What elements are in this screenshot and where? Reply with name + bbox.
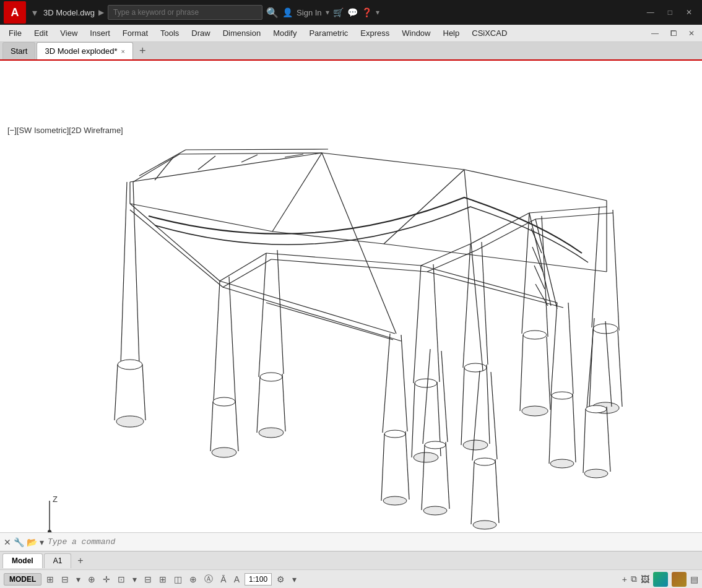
viewport-icon[interactable]: ⧉	[631, 574, 637, 584]
tab-model-label: 3D Model exploded*	[45, 46, 117, 56]
tab-a1-text: A1	[53, 556, 63, 565]
help-comms-icon[interactable]: 💬	[347, 7, 358, 17]
snap-dropdown-icon[interactable]: ▾	[74, 573, 83, 586]
plus-icon[interactable]: +	[622, 574, 627, 584]
svg-point-25	[260, 373, 282, 381]
maximize-button[interactable]: □	[662, 6, 678, 19]
model-tabs: Model A1 +	[0, 551, 702, 569]
menu-express[interactable]: Express	[354, 26, 396, 40]
title-dropdown-icon[interactable]: ▾	[30, 6, 40, 20]
transparency-icon[interactable]: ◫	[171, 573, 184, 586]
tab-start[interactable]: Start	[2, 42, 35, 59]
command-bar: ✕ 🔧 📂 ▾	[0, 532, 702, 551]
svg-point-52	[522, 406, 548, 416]
annotate-icon2[interactable]: Ā	[218, 573, 228, 586]
ortho-icon[interactable]: ⊕	[85, 573, 98, 586]
model-status-button[interactable]: MODEL	[4, 573, 41, 586]
window-controls: — □ ✕	[641, 6, 698, 19]
command-input[interactable]	[48, 537, 698, 547]
menu-window[interactable]: Window	[396, 26, 436, 40]
svg-point-79	[474, 458, 495, 465]
svg-point-37	[464, 363, 487, 372]
add-layout-button[interactable]: +	[72, 555, 88, 566]
right-status-icons: + ⧉ 🖼 ▤	[622, 572, 698, 587]
menu-help[interactable]: Help	[437, 26, 466, 40]
svg-point-70	[383, 496, 407, 505]
svg-point-61	[586, 405, 607, 413]
menu-file[interactable]: File	[2, 26, 28, 40]
app-icon2[interactable]	[672, 572, 687, 587]
search-icon[interactable]: 🔍	[266, 7, 279, 19]
svg-point-19	[213, 397, 235, 406]
tab-model-exploded[interactable]: 3D Model exploded* ×	[37, 42, 133, 59]
tab-close-icon[interactable]: ×	[121, 48, 125, 55]
menubar-minimize-button[interactable]: —	[646, 28, 664, 39]
user-icon[interactable]: 👤	[282, 7, 293, 17]
cmd-dropdown-icon[interactable]: ▾	[40, 537, 44, 547]
select-icon[interactable]: ⊕	[187, 573, 199, 586]
menu-parametric[interactable]: Parametric	[303, 26, 354, 40]
autocad-logo[interactable]: A	[4, 1, 26, 24]
menu-view[interactable]: View	[54, 26, 84, 40]
menubar: File Edit View Insert Format Tools Draw …	[0, 25, 702, 42]
settings-gear-icon[interactable]: ⚙	[274, 573, 287, 586]
annotate-icon[interactable]: Ⓐ	[202, 573, 215, 586]
svg-point-34	[414, 452, 438, 462]
search-input[interactable]	[108, 5, 262, 20]
3d-icon[interactable]: ⊟	[142, 573, 154, 586]
svg-point-64	[584, 469, 608, 478]
sign-in-arrow-icon[interactable]: ▾	[326, 8, 329, 17]
tab-add-button[interactable]: +	[134, 45, 151, 58]
lineweight-icon[interactable]: ⊞	[157, 573, 169, 586]
cart-icon[interactable]: 🛒	[333, 7, 344, 17]
settings-dropdown-icon[interactable]: ▾	[290, 573, 299, 586]
menu-dimension[interactable]: Dimension	[217, 26, 267, 40]
osnap-dropdown-icon[interactable]: ▾	[130, 573, 139, 586]
menu-format[interactable]: Format	[116, 26, 154, 40]
menu-insert[interactable]: Insert	[84, 26, 116, 40]
menubar-restore-button[interactable]: ⧠	[665, 28, 682, 39]
svg-point-76	[423, 506, 447, 515]
menu-tools[interactable]: Tools	[154, 26, 185, 40]
svg-point-58	[550, 459, 574, 468]
svg-line-120	[50, 532, 80, 532]
menu-edit[interactable]: Edit	[28, 26, 54, 40]
svg-rect-0	[0, 61, 702, 532]
menubar-close-button[interactable]: ✕	[683, 28, 700, 39]
svg-point-73	[425, 441, 446, 449]
sign-in-label[interactable]: Sign In	[297, 8, 321, 17]
svg-point-55	[552, 392, 573, 399]
tab-a1[interactable]: A1	[44, 553, 72, 568]
tab-model-text: Model	[12, 556, 33, 565]
menubar-window-controls: — ⧠ ✕	[646, 28, 700, 39]
osnap-icon[interactable]: ⊡	[115, 573, 128, 586]
cmd-close-icon[interactable]: ✕	[4, 537, 11, 547]
polar-icon[interactable]: ✛	[100, 573, 113, 586]
menu-modify[interactable]: Modify	[267, 26, 303, 40]
cmd-settings-icon[interactable]: 🔧	[14, 537, 24, 547]
svg-point-49	[523, 331, 547, 339]
workspace-icon[interactable]: ▤	[690, 574, 698, 584]
close-button[interactable]: ✕	[680, 6, 698, 19]
menu-draw[interactable]: Draw	[185, 26, 216, 40]
svg-point-67	[384, 430, 405, 438]
scale-box[interactable]: 1:100	[245, 573, 272, 586]
text-icon[interactable]: A	[232, 573, 242, 586]
minimize-button[interactable]: —	[641, 6, 661, 19]
svg-point-16	[116, 416, 144, 427]
help-arrow-icon[interactable]: ▾	[376, 8, 379, 17]
grid-icon[interactable]: ⊞	[44, 573, 56, 586]
title-filename: 3D Model.dwg	[43, 8, 95, 17]
menu-csixcad[interactable]: CSiXCAD	[466, 26, 513, 40]
layout-icon[interactable]: 🖼	[641, 574, 649, 584]
app-icon[interactable]	[653, 572, 668, 587]
svg-text:Z: Z	[53, 495, 58, 504]
drawing-svg: Z Y X	[0, 61, 702, 532]
tabbar: Start 3D Model exploded* × +	[0, 42, 702, 61]
tab-model[interactable]: Model	[2, 553, 43, 568]
tab-start-label: Start	[11, 46, 27, 56]
title-arrow-icon: ▶	[98, 8, 104, 17]
snap-icon[interactable]: ⊟	[59, 573, 71, 586]
help-icon[interactable]: ❓	[362, 7, 372, 17]
cmd-folder-icon[interactable]: 📂	[27, 537, 37, 547]
